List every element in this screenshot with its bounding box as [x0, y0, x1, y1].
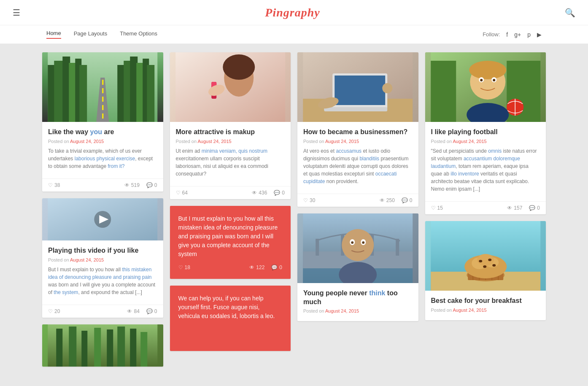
svg-point-64: [480, 79, 483, 81]
card-trees: [42, 324, 163, 367]
card-forest-title: Like the way you are: [48, 128, 157, 137]
card-video-date: Posted on August 24, 2015: [48, 257, 157, 262]
heart-icon: [303, 197, 308, 203]
card-businessman-comments: 💬 0: [402, 197, 413, 203]
card-red1-likes: 18: [178, 265, 190, 270]
eye-icon: 👁: [127, 308, 132, 314]
card-muffin-date: Posted on August 24, 2015: [431, 308, 540, 313]
card-old-man-image: [297, 213, 418, 283]
card-makeup-title: More attractive is makup: [176, 128, 285, 137]
facebook-icon[interactable]: f: [506, 31, 508, 38]
card-makeup-date: Posted on August 24, 2015: [176, 139, 285, 144]
svg-point-65: [493, 79, 495, 81]
comment-icon: 💬: [146, 182, 153, 188]
card-red1-text: But I must explain to you how all this m…: [178, 214, 283, 259]
card-red2: We can help you, if you can help yoursel…: [170, 286, 291, 351]
nav-follow: Follow: f g+ p ▶: [483, 31, 542, 38]
svg-rect-24: [69, 327, 76, 367]
card-makeup-comments: 💬 0: [274, 190, 285, 196]
heart-icon: [48, 182, 53, 188]
svg-rect-16: [102, 97, 103, 102]
card-old-man-body: Young people never think too much Posted…: [297, 283, 418, 321]
card-muffin-image: [425, 221, 546, 291]
svg-rect-17: [102, 105, 103, 110]
eye-icon: 👁: [249, 265, 254, 270]
svg-point-84: [483, 265, 486, 268]
nav-links: Home Page Layouts Theme Options: [46, 30, 157, 39]
card-video-views: 👁 84: [127, 308, 139, 314]
svg-rect-18: [102, 113, 103, 119]
card-businessman-date: Posted on August 24, 2015: [303, 139, 413, 144]
card-muffin: Best cake for your breakfast Posted on A…: [425, 221, 546, 320]
svg-point-33: [223, 54, 255, 80]
site-header: ☰ Pingraphy 🔍: [0, 0, 588, 25]
youtube-icon[interactable]: ▶: [537, 31, 542, 38]
svg-rect-26: [94, 328, 101, 367]
nav-item-page-layouts[interactable]: Page Layouts: [74, 30, 108, 38]
heart-icon: [431, 205, 436, 211]
card-forest-views: 👁 519: [124, 182, 140, 188]
card-forest-likes: 38: [48, 182, 60, 188]
card-muffin-title: Best cake for your breakfast: [431, 297, 540, 305]
card-red2-text: We can help you, if you can help yoursel…: [178, 294, 283, 343]
svg-rect-15: [102, 88, 103, 93]
column-3: How to became a businessmen? Posted on A…: [297, 52, 418, 367]
card-forest-footer: 38 👁 519 💬 0: [42, 178, 163, 192]
nav-item-home[interactable]: Home: [46, 30, 61, 39]
svg-rect-41: [324, 107, 387, 111]
card-football-footer: 15 👁 157 💬 0: [425, 201, 546, 214]
card-forest-body: Like the way you are Posted on August 24…: [42, 122, 163, 174]
svg-rect-27: [107, 329, 113, 367]
card-forest-excerpt: To take a trivial example, which of us e…: [48, 147, 157, 170]
comment-icon: 💬: [402, 197, 408, 203]
card-makeup-excerpt: Ut enim ad minima veniam, quis nostrum e…: [176, 147, 285, 178]
card-video-image: [42, 198, 163, 240]
main-content: Like the way you are Posted on August 24…: [0, 44, 588, 375]
card-makeup: More attractive is makup Posted on Augus…: [170, 52, 291, 199]
card-businessman-excerpt: At vero eos et accusamus et iusto odio d…: [303, 147, 413, 185]
card-video-title: Playing this video if you like: [48, 246, 157, 255]
svg-point-43: [382, 83, 392, 93]
comment-icon: 💬: [271, 265, 278, 270]
pinterest-icon[interactable]: p: [527, 31, 531, 38]
eye-icon: 👁: [124, 182, 129, 188]
card-football-excerpt: "Sed ut perspiciatis unde omnis iste nat…: [431, 147, 540, 193]
card-makeup-body: More attractive is makup Posted on Augus…: [170, 122, 291, 182]
card-football-views: 👁 157: [507, 205, 522, 211]
card-video-comments: 💬 0: [146, 308, 157, 314]
card-businessman-footer: 30 👁 250 💬 0: [297, 194, 418, 207]
comment-icon: 💬: [529, 205, 535, 211]
heart-icon: [48, 308, 53, 314]
site-logo[interactable]: Pingraphy: [265, 6, 320, 19]
svg-point-55: [362, 241, 364, 244]
cards-grid: Like the way you are Posted on August 24…: [42, 52, 546, 367]
card-businessman-views: 👁 250: [380, 197, 395, 203]
card-football-comments: 💬 0: [529, 205, 540, 211]
card-red1-footer: 18 👁 122 💬 0: [178, 265, 283, 270]
card-makeup-image: [170, 52, 291, 122]
heart-icon: [176, 190, 181, 196]
nav-item-theme-options[interactable]: Theme Options: [120, 30, 157, 38]
svg-rect-12: [147, 65, 154, 122]
hamburger-icon[interactable]: ☰: [13, 8, 20, 18]
card-football-likes: 15: [431, 205, 443, 211]
svg-rect-2: [54, 61, 63, 122]
googleplus-icon[interactable]: g+: [514, 31, 521, 38]
card-old-man-title: Young people never think too much: [303, 289, 413, 307]
heart-icon: [178, 265, 183, 270]
comment-icon: 💬: [274, 190, 280, 196]
svg-point-61: [469, 61, 506, 79]
svg-rect-40: [334, 76, 385, 105]
svg-rect-6: [79, 65, 87, 122]
svg-rect-28: [117, 327, 125, 367]
column-1: Like the way you are Posted on August 24…: [42, 52, 163, 367]
svg-rect-29: [130, 329, 136, 367]
svg-rect-23: [56, 329, 62, 367]
card-makeup-views: 👁 436: [252, 190, 267, 196]
card-football-body: I like playing football Posted on August…: [425, 122, 546, 197]
eye-icon: 👁: [507, 205, 512, 211]
search-icon[interactable]: 🔍: [565, 8, 575, 18]
card-video-likes: 20: [48, 308, 60, 314]
card-trees-image: [42, 324, 163, 367]
card-video-excerpt: But I must explain to you how all this m…: [48, 266, 157, 296]
